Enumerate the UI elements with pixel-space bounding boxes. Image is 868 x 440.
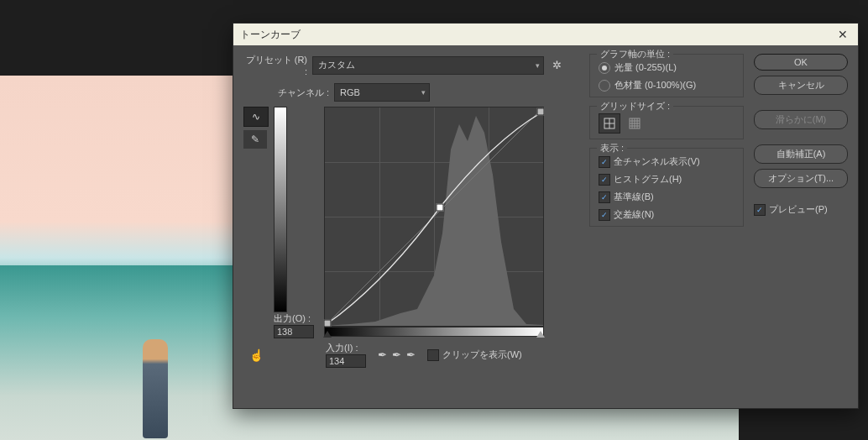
display-group: 表示 : ✓ 全チャンネル表示(V) ✓ ヒストグラム(H) ✓ 基準線(B) bbox=[589, 148, 744, 227]
all-channels-checkbox[interactable]: ✓ bbox=[599, 156, 610, 168]
smooth-button[interactable]: 滑らかに(M) bbox=[754, 110, 848, 129]
grid-size-group: グリッドサイズ : bbox=[589, 106, 744, 139]
close-icon[interactable]: ✕ bbox=[834, 28, 851, 41]
histogram-label: ヒストグラム(H) bbox=[614, 173, 682, 186]
auto-button[interactable]: 自動補正(A) bbox=[754, 144, 848, 164]
input-label: 入力(I) : bbox=[326, 342, 366, 354]
baseline-checkbox[interactable]: ✓ bbox=[599, 191, 610, 203]
gear-icon[interactable]: ✲ bbox=[552, 59, 562, 71]
curve-point-selected[interactable] bbox=[436, 204, 443, 212]
output-value-input[interactable]: 138 bbox=[274, 325, 314, 338]
intersection-label: 交差線(N) bbox=[614, 208, 654, 221]
curve-tool-pencil-icon[interactable]: ✎ bbox=[243, 130, 267, 149]
black-eyedropper-icon[interactable]: ✒ bbox=[378, 348, 387, 361]
pigment-radio-label: 色材量 (0-100%)(G) bbox=[614, 79, 696, 92]
light-radio-label: 光量 (0-255)(L) bbox=[614, 61, 677, 74]
dialog-titlebar: トーンカーブ ✕ bbox=[233, 24, 858, 45]
intersection-checkbox[interactable]: ✓ bbox=[599, 209, 610, 221]
display-group-title: 表示 : bbox=[597, 142, 627, 155]
channel-label: チャンネル : bbox=[243, 86, 329, 99]
all-channels-label: 全チャンネル表示(V) bbox=[614, 155, 700, 168]
output-label: 出力(O) : bbox=[274, 312, 314, 325]
curve-tool-point-icon[interactable]: ∿ bbox=[243, 107, 269, 127]
white-eyedropper-icon[interactable]: ✒ bbox=[406, 348, 416, 361]
axis-unit-group: グラフ軸の単位 : 光量 (0-255)(L) 色材量 (0-100%)(G) bbox=[589, 54, 744, 97]
gray-eyedropper-icon[interactable]: ✒ bbox=[392, 348, 401, 361]
curves-graph[interactable] bbox=[324, 107, 544, 327]
histogram-checkbox[interactable]: ✓ bbox=[599, 174, 610, 186]
preview-checkbox[interactable]: ✓ bbox=[754, 204, 766, 216]
show-clip-checkbox[interactable] bbox=[427, 349, 439, 361]
black-point-slider[interactable] bbox=[323, 331, 332, 338]
input-value-input[interactable]: 134 bbox=[326, 354, 366, 368]
grid-fine-button[interactable] bbox=[625, 114, 645, 133]
grid-size-title: グリッドサイズ : bbox=[597, 100, 673, 113]
ok-button[interactable]: OK bbox=[754, 54, 848, 71]
preview-label: プレビュー(P) bbox=[769, 203, 828, 216]
options-button[interactable]: オプション(T)... bbox=[754, 169, 848, 188]
light-radio[interactable] bbox=[599, 62, 610, 74]
svg-line-1 bbox=[325, 107, 543, 326]
input-gradient bbox=[324, 327, 544, 337]
channel-select[interactable]: RGB bbox=[334, 83, 430, 102]
show-clip-label: クリップを表示(W) bbox=[442, 348, 522, 361]
preset-select[interactable]: カスタム bbox=[312, 56, 544, 75]
axis-group-title: グラフ軸の単位 : bbox=[597, 48, 673, 60]
curves-dialog: トーンカーブ ✕ プリセット (R) : カスタム ✲ チャンネル : RGB … bbox=[233, 23, 859, 409]
curve-line bbox=[325, 107, 543, 326]
output-gradient bbox=[274, 107, 287, 312]
preset-label: プリセット (R) : bbox=[243, 54, 307, 76]
dialog-title: トーンカーブ bbox=[240, 28, 301, 42]
baseline-label: 基準線(B) bbox=[614, 191, 654, 203]
white-point-slider[interactable] bbox=[536, 331, 545, 338]
grid-coarse-button[interactable] bbox=[599, 113, 620, 134]
curve-point[interactable] bbox=[537, 108, 545, 116]
hand-tool-icon[interactable]: ☝ bbox=[243, 348, 269, 362]
cancel-button[interactable]: キャンセル bbox=[754, 76, 848, 95]
pigment-radio[interactable] bbox=[599, 80, 610, 92]
